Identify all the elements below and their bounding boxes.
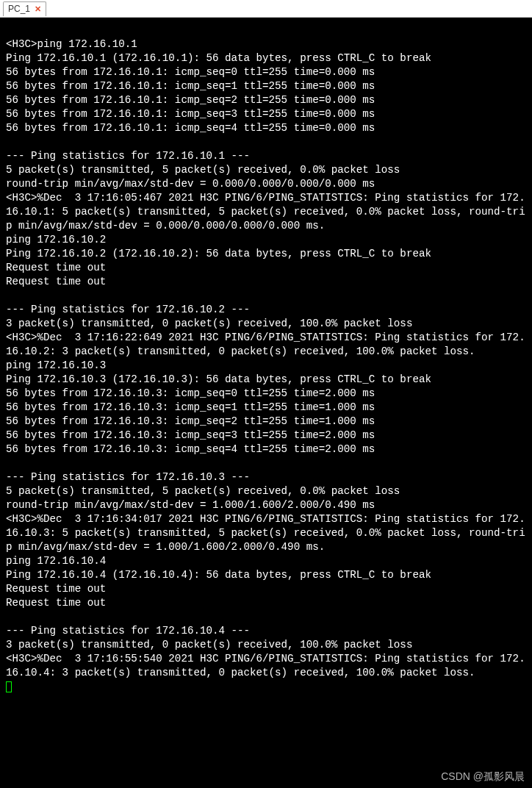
terminal-line: Ping 172.16.10.2 (172.16.10.2): 56 data … — [6, 247, 526, 261]
terminal-line: 3 packet(s) transmitted, 0 packet(s) rec… — [6, 317, 526, 331]
terminal-output[interactable]: <H3C>ping 172.16.10.1Ping 172.16.10.1 (1… — [0, 18, 532, 788]
tab-bar: PC_1 ✕ — [0, 0, 532, 18]
terminal-line: 56 bytes from 172.16.10.1: icmp_seq=3 tt… — [6, 107, 526, 121]
terminal-line: 56 bytes from 172.16.10.1: icmp_seq=2 tt… — [6, 93, 526, 107]
terminal-line: ping 172.16.10.2 — [6, 233, 526, 247]
terminal-line — [6, 135, 526, 149]
terminal-line: round-trip min/avg/max/std-dev = 1.000/1… — [6, 498, 526, 512]
terminal-line: 56 bytes from 172.16.10.3: icmp_seq=3 tt… — [6, 429, 526, 443]
terminal-line: Ping 172.16.10.3 (172.16.10.3): 56 data … — [6, 373, 526, 387]
terminal-line: <H3C>%Dec 3 17:16:05:467 2021 H3C PING/6… — [6, 191, 526, 233]
terminal-cursor — [6, 681, 12, 692]
terminal-line: <H3C>ping 172.16.10.1 — [6, 37, 526, 51]
terminal-line: 5 packet(s) transmitted, 5 packet(s) rec… — [6, 163, 526, 177]
terminal-line — [6, 24, 526, 37]
terminal-line: --- Ping statistics for 172.16.10.2 --- — [6, 303, 526, 317]
terminal-line: 56 bytes from 172.16.10.1: icmp_seq=4 tt… — [6, 121, 526, 135]
terminal-line: <H3C>%Dec 3 17:16:22:649 2021 H3C PING/6… — [6, 331, 526, 359]
terminal-line — [6, 610, 526, 624]
terminal-line: Ping 172.16.10.4 (172.16.10.4): 56 data … — [6, 568, 526, 582]
terminal-line: 5 packet(s) transmitted, 5 packet(s) rec… — [6, 484, 526, 498]
terminal-line: Request time out — [6, 596, 526, 610]
close-icon[interactable]: ✕ — [35, 5, 41, 13]
terminal-line: 56 bytes from 172.16.10.3: icmp_seq=2 tt… — [6, 415, 526, 429]
watermark-text: CSDN @孤影风晨 — [441, 770, 525, 784]
terminal-line: --- Ping statistics for 172.16.10.3 --- — [6, 470, 526, 484]
terminal-line: 56 bytes from 172.16.10.3: icmp_seq=0 tt… — [6, 387, 526, 401]
terminal-line: 56 bytes from 172.16.10.1: icmp_seq=0 tt… — [6, 65, 526, 79]
terminal-line: <H3C>%Dec 3 17:16:55:540 2021 H3C PING/6… — [6, 652, 526, 680]
tab-pc1[interactable]: PC_1 ✕ — [3, 1, 46, 16]
terminal-line: 3 packet(s) transmitted, 0 packet(s) rec… — [6, 638, 526, 652]
terminal-line: --- Ping statistics for 172.16.10.4 --- — [6, 624, 526, 638]
terminal-line: Ping 172.16.10.1 (172.16.10.1): 56 data … — [6, 51, 526, 65]
terminal-line: 56 bytes from 172.16.10.1: icmp_seq=1 tt… — [6, 79, 526, 93]
terminal-line: Request time out — [6, 275, 526, 289]
terminal-line: Request time out — [6, 261, 526, 275]
terminal-line: --- Ping statistics for 172.16.10.1 --- — [6, 149, 526, 163]
terminal-line — [6, 289, 526, 303]
terminal-line: ping 172.16.10.4 — [6, 554, 526, 568]
terminal-line: Request time out — [6, 582, 526, 596]
terminal-line: 56 bytes from 172.16.10.3: icmp_seq=1 tt… — [6, 401, 526, 415]
terminal-line: round-trip min/avg/max/std-dev = 0.000/0… — [6, 177, 526, 191]
terminal-line — [6, 456, 526, 470]
terminal-line: 56 bytes from 172.16.10.3: icmp_seq=4 tt… — [6, 443, 526, 456]
tab-label: PC_1 — [8, 4, 30, 14]
terminal-line: <H3C>%Dec 3 17:16:34:017 2021 H3C PING/6… — [6, 512, 526, 554]
terminal-line: ping 172.16.10.3 — [6, 359, 526, 373]
